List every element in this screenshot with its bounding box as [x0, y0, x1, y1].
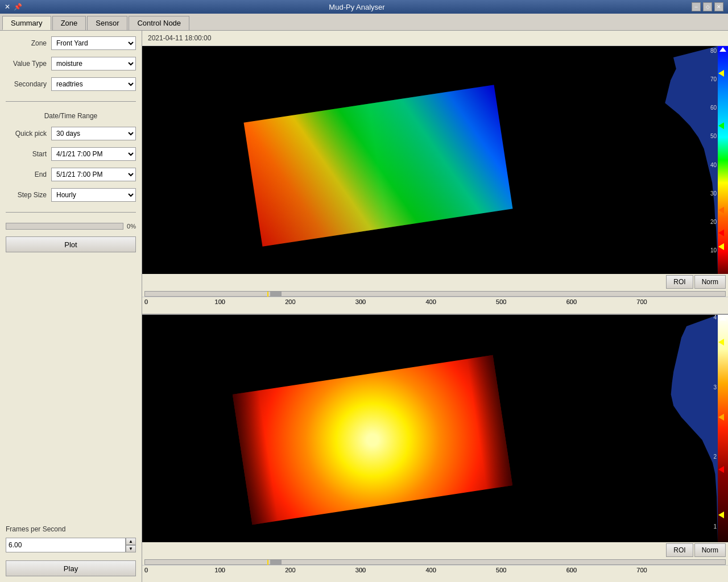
pin-icon: 📌 [14, 3, 22, 11]
start-label: Start [6, 150, 51, 158]
top-x-axis: 0100200300400500600700010020030040050060… [142, 297, 728, 314]
app-container: Summary Zone Sensor Control Node Zone Fr… [0, 14, 728, 582]
bottom-scrollbar-area [142, 558, 728, 565]
content-area: Zone Front Yard Value Type moisture Seco… [0, 31, 728, 582]
top-chart [142, 46, 648, 274]
progress-label: 0% [127, 223, 136, 230]
diamond-btn[interactable]: ◇ [703, 2, 712, 11]
quick-pick-select[interactable]: 30 days [51, 127, 136, 140]
spacer [6, 257, 136, 516]
close-btn[interactable]: ✕ [714, 2, 723, 11]
value-type-row: Value Type moisture [6, 57, 136, 70]
fps-down-btn[interactable]: ▼ [126, 545, 136, 552]
frames-label: Frames per Second [6, 525, 136, 533]
fps-up-btn[interactable]: ▲ [126, 538, 136, 545]
bottom-norm-btn[interactable]: Norm [694, 543, 726, 557]
bottom-chart-canvas[interactable] [142, 315, 648, 542]
value-type-select[interactable]: moisture [51, 57, 136, 70]
top-chart-canvas[interactable] [142, 46, 648, 274]
end-label: End [6, 171, 51, 178]
zone-select[interactable]: Front Yard [51, 36, 136, 50]
fps-spinner: 6.00 ▲ ▼ [6, 538, 136, 552]
secondary-label: Secondary [6, 80, 51, 88]
tab-sensor[interactable]: Sensor [87, 16, 127, 30]
play-button[interactable]: Play [6, 560, 136, 576]
top-scrollbar-thumb[interactable] [270, 292, 282, 296]
plot-button[interactable]: Plot [6, 236, 136, 252]
zone-row: Zone Front Yard [6, 36, 136, 50]
secondary-row: Secondary readtries [6, 77, 136, 91]
bottom-scrollbar-thumb[interactable] [270, 560, 282, 564]
fps-spinner-buttons[interactable]: ▲ ▼ [126, 538, 136, 552]
charts-area: ROI Norm 0100200300400500600700010020030… [142, 46, 728, 582]
tab-bar: Summary Zone Sensor Control Node [0, 14, 728, 31]
bottom-histogram [648, 315, 728, 542]
window-controls[interactable]: – ◇ ✕ [692, 2, 723, 11]
datetime-label: 2021-04-11 18:00:00 [142, 31, 728, 46]
bottom-chart-controls: ROI Norm [142, 542, 728, 558]
datetime-range-header: Date/Time Range [6, 112, 136, 120]
zone-label: Zone [6, 39, 51, 47]
minimize-btn[interactable]: – [692, 2, 701, 11]
title-bar-left: ✕ 📌 [5, 3, 22, 11]
bottom-chart-section: ROI Norm 0100200300400500600700010020030… [142, 315, 728, 582]
start-row: Start 4/1/21 7:00 PM [6, 147, 136, 161]
top-scrollbar-area [142, 290, 728, 297]
top-chart-controls: ROI Norm [142, 274, 728, 290]
right-panel: 2021-04-11 18:00:00 [142, 31, 728, 582]
tab-zone[interactable]: Zone [52, 16, 86, 30]
end-select[interactable]: 5/1/21 7:00 PM [51, 168, 136, 181]
value-type-label: Value Type [6, 60, 51, 68]
title-bar: ✕ 📌 Mud-Py Analyser – ◇ ✕ [0, 0, 728, 14]
bottom-histogram-canvas [648, 315, 728, 542]
divider-1 [6, 101, 136, 102]
quick-pick-label: Quick pick [6, 130, 51, 138]
top-scrollbar-track[interactable] [144, 291, 726, 297]
tab-control-node[interactable]: Control Node [129, 16, 189, 30]
end-row: End 5/1/21 7:00 PM [6, 168, 136, 181]
bottom-scrollbar-track[interactable] [144, 559, 726, 565]
progress-row: 0% [6, 223, 136, 230]
bottom-x-axis: 0100200300400500600700010020030040050060… [142, 565, 728, 582]
step-size-row: Step Size Hourly [6, 188, 136, 202]
bottom-chart-with-histogram [142, 315, 728, 542]
top-roi-btn[interactable]: ROI [666, 275, 693, 289]
divider-2 [6, 212, 136, 213]
app-icon: ✕ [5, 3, 10, 11]
quick-pick-row: Quick pick 30 days [6, 127, 136, 140]
left-panel: Zone Front Yard Value Type moisture Seco… [0, 31, 142, 582]
fps-input[interactable]: 6.00 [6, 538, 126, 552]
step-size-select[interactable]: Hourly [51, 188, 136, 202]
step-size-label: Step Size [6, 191, 51, 199]
tab-summary[interactable]: Summary [2, 16, 51, 30]
top-chart-with-histogram [142, 46, 728, 274]
top-histogram-canvas [648, 46, 728, 274]
app-title: Mud-Py Analyser [22, 3, 692, 11]
top-histogram [648, 46, 728, 274]
start-select[interactable]: 4/1/21 7:00 PM [51, 147, 136, 161]
bottom-roi-btn[interactable]: ROI [666, 543, 693, 557]
progress-bar [6, 223, 123, 230]
bottom-chart [142, 315, 648, 542]
top-chart-section: ROI Norm 0100200300400500600700010020030… [142, 46, 728, 315]
top-norm-btn[interactable]: Norm [694, 275, 726, 289]
secondary-select[interactable]: readtries [51, 77, 136, 91]
